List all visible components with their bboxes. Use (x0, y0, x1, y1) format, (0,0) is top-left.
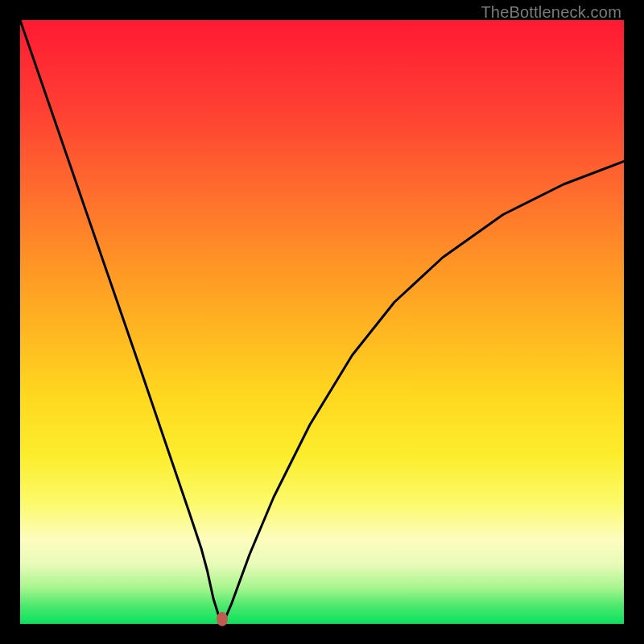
watermark-text: TheBottleneck.com (481, 3, 621, 22)
curve-line (20, 20, 624, 618)
minimum-marker (217, 612, 228, 626)
chart-frame (20, 20, 624, 624)
bottleneck-curve-plot (20, 20, 624, 624)
